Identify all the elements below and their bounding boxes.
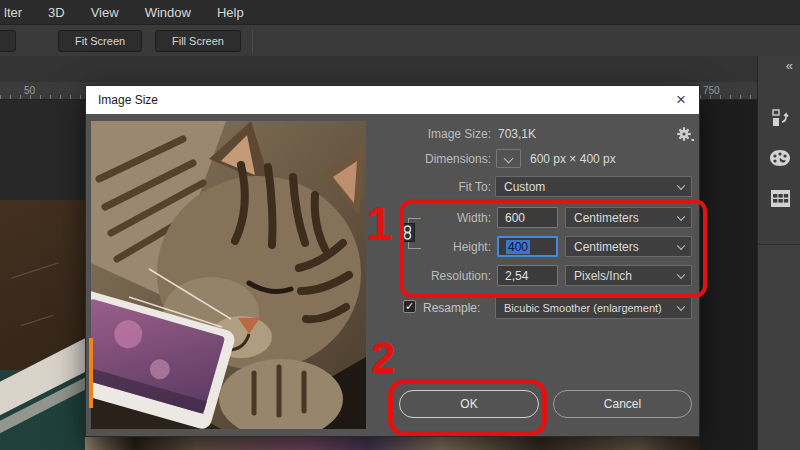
dimensions-label: Dimensions: (386, 152, 491, 166)
options-separator (252, 29, 253, 53)
dialog-title: Image Size (98, 93, 158, 107)
image-size-label: Image Size: (386, 127, 491, 141)
dialog-title-bar[interactable]: Image Size × (86, 86, 699, 114)
menu-item-window[interactable]: Window (145, 5, 191, 20)
panel-dock: « (757, 56, 800, 450)
ruler-label-50: 50 (24, 85, 35, 96)
canvas-right-area (700, 100, 757, 450)
history-panel-icon[interactable] (768, 106, 792, 130)
options-bar: Fit Screen Fill Screen (0, 24, 800, 56)
menu-item-help[interactable]: Help (217, 5, 244, 20)
image-preview[interactable] (91, 121, 366, 429)
color-panel-icon[interactable] (768, 146, 792, 170)
orange-guide-marker (89, 338, 93, 408)
image-size-value: 703,1K (498, 127, 536, 141)
annotation-box-step2 (388, 379, 547, 436)
chevron-down-icon (677, 303, 685, 311)
resample-checkbox[interactable]: ✓ (403, 300, 416, 313)
canvas-top-strip (0, 56, 757, 82)
canvas-photo-left (0, 200, 85, 450)
menu-item-filter[interactable]: lter (4, 5, 22, 20)
dock-lower-area (758, 245, 800, 450)
close-icon[interactable]: × (667, 86, 695, 114)
fit-to-label: Fit To: (386, 180, 491, 194)
chevron-down-icon (504, 154, 514, 164)
cancel-button[interactable]: Cancel (553, 390, 692, 418)
expand-panels-icon[interactable]: « (786, 58, 793, 73)
photo-scratch (11, 262, 59, 278)
menu-item-3d[interactable]: 3D (48, 5, 65, 20)
swatches-panel-icon[interactable] (768, 186, 792, 210)
canvas-photo-bottom-strip (85, 437, 700, 450)
fit-screen-button[interactable]: Fit Screen (58, 30, 142, 52)
ruler-label-750: 750 (703, 85, 720, 96)
menu-item-view[interactable]: View (91, 5, 119, 20)
fit-to-value: Custom (504, 180, 545, 194)
resample-dropdown[interactable]: Bicubic Smoother (enlargement) (495, 297, 692, 319)
photo-scratch (21, 315, 54, 326)
partial-button[interactable] (0, 30, 16, 52)
annotation-number-2: 2 (371, 333, 395, 383)
menu-bar: lter 3D View Window Help (0, 0, 800, 24)
dimensions-unit-dropdown[interactable] (496, 149, 521, 168)
annotation-number-1: 1 (366, 196, 393, 251)
photoshop-window: lter 3D View Window Help Fit Screen Fill… (0, 0, 800, 450)
annotation-box-step1 (400, 199, 707, 298)
resample-value: Bicubic Smoother (enlargement) (504, 302, 662, 314)
fit-to-dropdown[interactable]: Custom (495, 176, 692, 197)
fill-screen-button[interactable]: Fill Screen (155, 30, 241, 52)
gear-icon[interactable] (676, 125, 694, 147)
dimensions-value: 600 px × 400 px (530, 152, 616, 166)
chevron-down-icon (677, 181, 685, 189)
resample-label: Resample: (423, 301, 480, 315)
